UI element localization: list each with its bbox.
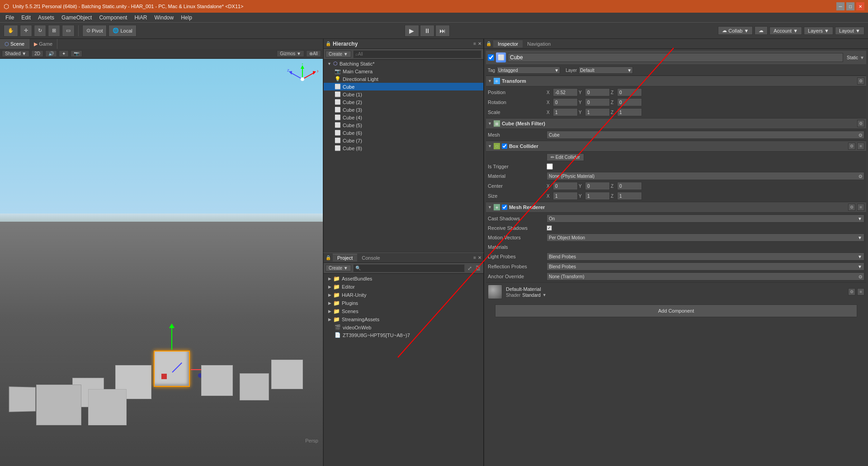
rotate-tool-button[interactable]: ↻ — [34, 25, 46, 37]
mesh-renderer-context-icon[interactable]: ≡ — [857, 204, 864, 211]
step-button[interactable]: ⏭ — [435, 25, 450, 37]
hierarchy-item-cube5[interactable]: ⬜ Cube (5) — [324, 121, 483, 129]
box-collider-header[interactable]: ▼ □ Box Collider ⚙ ≡ — [486, 141, 866, 152]
edit-collider-button[interactable]: ✏ Edit Collider — [547, 153, 584, 161]
mesh-filter-settings-icon[interactable]: ⚙ — [857, 120, 864, 127]
pause-button[interactable]: ⏸ — [420, 25, 434, 37]
is-trigger-checkbox[interactable] — [547, 163, 553, 170]
reflection-probes-dropdown[interactable]: Blend Probes ▼ — [547, 262, 864, 271]
project-item-hiar[interactable]: ▶ 📁 HiAR-Unity — [325, 291, 482, 299]
object-name-input[interactable] — [508, 53, 843, 62]
menu-file[interactable]: File — [2, 14, 18, 22]
mesh-renderer-header[interactable]: ▼ ◈ Mesh Renderer ⚙ ≡ — [486, 202, 866, 213]
hand-tool-button[interactable]: ✋ — [4, 25, 18, 37]
project-expand-icon[interactable]: ⤢ — [467, 265, 473, 271]
scale-x-input[interactable] — [553, 108, 578, 116]
project-close-icon[interactable]: ✕ — [478, 255, 481, 260]
mesh-filter-header[interactable]: ▼ ▦ Cube (Mesh Filter) ⚙ — [486, 118, 866, 129]
audio-button[interactable]: 🔊 — [45, 50, 57, 57]
titlebar-controls[interactable]: ─ □ ✕ — [836, 2, 864, 10]
hierarchy-item-cube[interactable]: ⬜ Cube — [324, 83, 483, 90]
receive-shadows-checkbox[interactable] — [547, 225, 552, 231]
size-y-input[interactable] — [585, 192, 610, 200]
pivot-button[interactable]: ⊙ Pivot — [82, 25, 107, 37]
hierarchy-item-cube4[interactable]: ⬜ Cube (4) — [324, 114, 483, 121]
all-filter-btn[interactable]: ⊕All — [306, 50, 321, 57]
add-component-button[interactable]: Add Component — [495, 304, 857, 317]
hierarchy-item-cube3[interactable]: ⬜ Cube (3) — [324, 106, 483, 114]
rect-tool-button[interactable]: ▭ — [62, 25, 75, 37]
center-x-input[interactable] — [553, 182, 578, 190]
menu-component[interactable]: Component — [95, 14, 131, 22]
box-collider-checkbox[interactable] — [502, 143, 507, 149]
project-list-icon[interactable]: ☰ — [475, 265, 481, 271]
transform-component-header[interactable]: ▼ ⊕ Transform ⚙ — [486, 76, 866, 86]
mesh-renderer-checkbox[interactable] — [502, 204, 507, 210]
selected-cube[interactable] — [154, 351, 190, 387]
project-item-editor[interactable]: ▶ 📁 Editor — [325, 283, 482, 291]
scale-tool-button[interactable]: ⊞ — [48, 25, 60, 37]
position-z-input[interactable] — [617, 88, 642, 96]
transform-settings-icon[interactable]: ⚙ — [857, 77, 864, 85]
material-context-icon[interactable]: ≡ — [857, 288, 864, 295]
tag-dropdown[interactable]: Untagged ▼ — [497, 67, 560, 74]
size-z-input[interactable] — [617, 192, 642, 200]
hierarchy-close-icon[interactable]: ✕ — [478, 41, 481, 46]
position-y-input[interactable] — [585, 88, 610, 96]
menu-edit[interactable]: Edit — [18, 14, 34, 22]
box-collider-context-icon[interactable]: ≡ — [857, 143, 864, 150]
mesh-renderer-settings-icon[interactable]: ⚙ — [848, 204, 855, 211]
mesh-dropdown[interactable]: Cube ⊙ — [547, 131, 864, 139]
scene-viewport[interactable]: Y X Z Persp — [0, 59, 323, 466]
move-tool-button[interactable]: ✛ — [20, 25, 32, 37]
layer-dropdown[interactable]: Default ▼ — [579, 67, 633, 74]
layers-button[interactable]: Layers ▼ — [804, 27, 833, 35]
hierarchy-item-cube7[interactable]: ⬜ Cube (7) — [324, 137, 483, 144]
collider-material-dropdown[interactable]: None (Physic Material) ⊙ — [547, 172, 864, 180]
cloud-button[interactable]: ☁ — [755, 26, 768, 35]
project-search-input[interactable] — [353, 264, 465, 272]
project-item-assetbundles[interactable]: ▶ 📁 AssetBundles — [325, 275, 482, 283]
tab-game[interactable]: ▶ Game — [29, 39, 57, 49]
account-button[interactable]: Account ▼ — [769, 27, 802, 35]
hierarchy-item-cube6[interactable]: ⬜ Cube (6) — [324, 129, 483, 137]
gizmos-dropdown[interactable]: Gizmos ▼ — [277, 50, 304, 57]
hierarchy-item-camera[interactable]: 📷 Main Camera — [324, 67, 483, 75]
center-y-input[interactable] — [585, 182, 610, 190]
project-settings-icon[interactable]: ≡ — [473, 255, 476, 260]
scale-z-input[interactable] — [617, 108, 642, 116]
tab-inspector[interactable]: Inspector — [493, 40, 523, 48]
project-create-button[interactable]: Create ▼ — [326, 265, 351, 271]
rotation-y-input[interactable] — [585, 98, 610, 106]
center-z-input[interactable] — [617, 182, 642, 190]
position-x-input[interactable] — [553, 88, 578, 96]
hierarchy-item-cube8[interactable]: ⬜ Cube (8) — [324, 144, 483, 152]
collab-button[interactable]: ☁ Collab ▼ — [718, 26, 753, 35]
tab-navigation[interactable]: Navigation — [523, 40, 555, 48]
menu-gameobject[interactable]: GameObject — [58, 14, 95, 22]
shading-dropdown[interactable]: Shaded ▼ — [2, 50, 29, 57]
menu-window[interactable]: Window — [151, 14, 177, 22]
global-button[interactable]: 🌐 Local — [108, 25, 136, 37]
menu-assets[interactable]: Assets — [34, 14, 58, 22]
project-item-plugins[interactable]: ▶ 📁 Plugins — [325, 299, 482, 307]
object-active-checkbox[interactable] — [488, 54, 494, 61]
rotation-x-input[interactable] — [553, 98, 578, 106]
rotation-z-input[interactable] — [617, 98, 642, 106]
hierarchy-item-cube1[interactable]: ⬜ Cube (1) — [324, 90, 483, 98]
hierarchy-item-light[interactable]: 💡 Directional Light — [324, 75, 483, 83]
tab-scene[interactable]: ⬡ Scene — [0, 39, 29, 49]
effects-button[interactable]: ✦ — [59, 50, 69, 57]
motion-vectors-dropdown[interactable]: Per Object Motion ▼ — [547, 233, 864, 242]
anchor-override-dropdown[interactable]: None (Transform) ⊙ — [547, 272, 864, 281]
project-item-streaming[interactable]: ▶ 📁 StreamingAssets — [325, 315, 482, 323]
static-dropdown-icon[interactable]: ▼ — [860, 55, 864, 60]
layout-button[interactable]: Layout ▼ — [835, 27, 864, 35]
light-probes-dropdown[interactable]: Blend Probes ▼ — [547, 252, 864, 261]
size-x-input[interactable] — [553, 192, 578, 200]
project-item-videoonweb[interactable]: 🎬 videoOnWeb — [325, 323, 482, 331]
camera-button[interactable]: 📷 — [71, 50, 82, 57]
project-item-zt399[interactable]: 📄 ZT399U8G~HPT95[TU~A8~)7 — [325, 331, 482, 339]
box-collider-settings-icon[interactable]: ⚙ — [848, 143, 855, 150]
project-item-scenes[interactable]: ▶ 📁 Scenes — [325, 307, 482, 315]
